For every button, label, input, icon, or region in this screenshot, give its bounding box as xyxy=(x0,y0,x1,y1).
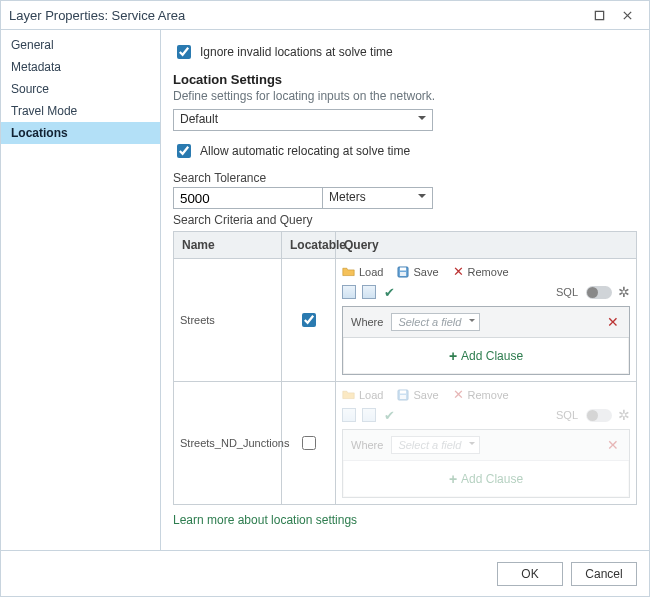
plus-icon: + xyxy=(449,471,457,487)
maximize-icon xyxy=(594,10,605,21)
content-area: General Metadata Source Travel Mode Loca… xyxy=(1,29,649,550)
load-button[interactable]: Load xyxy=(342,266,383,278)
sql-toggle-disabled xyxy=(586,409,612,422)
ok-button[interactable]: OK xyxy=(497,562,563,586)
titlebar: Layer Properties: Service Area xyxy=(1,1,649,29)
sidebar-item-locations[interactable]: Locations xyxy=(1,122,160,144)
save-button[interactable]: Save xyxy=(397,266,438,278)
svg-rect-5 xyxy=(400,390,406,393)
main-panel: Ignore invalid locations at solve time L… xyxy=(161,30,649,550)
grid-header: Name Locatable Query xyxy=(174,232,636,259)
query-toolbar2: ✔ SQL ✲ xyxy=(342,284,630,300)
auto-relocate-label: Allow automatic relocating at solve time xyxy=(200,144,410,158)
ignore-invalid-label: Ignore invalid locations at solve time xyxy=(200,45,393,59)
sidebar-item-general[interactable]: General xyxy=(1,34,160,56)
location-settings-heading: Location Settings xyxy=(173,72,637,87)
remove-button-disabled: ✕ Remove xyxy=(453,388,509,401)
dialog-title: Layer Properties: Service Area xyxy=(9,8,585,23)
search-tolerance-label: Search Tolerance xyxy=(173,171,637,185)
search-tolerance-row: Meters xyxy=(173,187,637,209)
sidebar-item-travelmode[interactable]: Travel Mode xyxy=(1,100,160,122)
save-icon xyxy=(397,389,409,401)
grid-row-junctions: Streets_ND_Junctions Load Save xyxy=(174,382,636,504)
learn-more-link[interactable]: Learn more about location settings xyxy=(173,513,357,527)
row-name-junctions: Streets_ND_Junctions xyxy=(174,382,282,504)
validate-icon[interactable]: ✔ xyxy=(384,285,395,300)
save-icon xyxy=(397,266,409,278)
validate-icon-disabled: ✔ xyxy=(384,408,395,423)
locatable-checkbox-junctions[interactable] xyxy=(302,436,316,450)
remove-icon: ✕ xyxy=(453,388,464,401)
remove-icon: ✕ xyxy=(453,265,464,278)
folder-icon xyxy=(342,389,355,400)
location-settings-subtext: Define settings for locating inputs on t… xyxy=(173,89,637,103)
cancel-button[interactable]: Cancel xyxy=(571,562,637,586)
plus-icon: + xyxy=(449,348,457,364)
gear-icon-disabled: ✲ xyxy=(618,407,630,423)
save-button-disabled: Save xyxy=(397,389,438,401)
settings-profile-select[interactable]: Default xyxy=(173,109,433,131)
indent-left-button-disabled xyxy=(342,408,356,422)
where-clause-row: Where Select a field ✕ xyxy=(343,307,629,338)
dialog-footer: OK Cancel xyxy=(1,550,649,596)
where-label: Where xyxy=(351,316,383,328)
maximize-button[interactable] xyxy=(585,5,613,25)
gear-icon[interactable]: ✲ xyxy=(618,284,630,300)
ignore-invalid-checkbox[interactable] xyxy=(177,45,191,59)
row-name-streets: Streets xyxy=(174,259,282,381)
query-toolbar-disabled: Load Save ✕ Remove xyxy=(342,388,630,401)
field-select-disabled: Select a field xyxy=(391,436,480,454)
remove-clause-button-disabled: ✕ xyxy=(605,437,621,453)
sidebar-item-metadata[interactable]: Metadata xyxy=(1,56,160,78)
add-clause-button[interactable]: + Add Clause xyxy=(343,338,629,374)
field-select[interactable]: Select a field xyxy=(391,313,480,331)
locatable-checkbox-streets[interactable] xyxy=(302,313,316,327)
folder-icon xyxy=(342,266,355,277)
auto-relocate-row: Allow automatic relocating at solve time xyxy=(173,141,637,161)
query-toolbar: Load Save ✕ Remove xyxy=(342,265,630,278)
row-locatable-junctions xyxy=(282,382,336,504)
query-cell-junctions: Load Save ✕ Remove xyxy=(336,382,636,504)
svg-rect-3 xyxy=(400,272,406,276)
grid-row-streets: Streets Load Save xyxy=(174,259,636,382)
dialog: Layer Properties: Service Area General M… xyxy=(0,0,650,597)
load-button-disabled: Load xyxy=(342,389,383,401)
remove-clause-button[interactable]: ✕ xyxy=(605,314,621,330)
criteria-grid: Name Locatable Query Streets Load xyxy=(173,231,637,505)
sql-label-disabled: SQL xyxy=(556,409,578,421)
col-header-query: Query xyxy=(336,232,636,258)
indent-left-button[interactable] xyxy=(342,285,356,299)
indent-right-button[interactable] xyxy=(362,285,376,299)
sidebar: General Metadata Source Travel Mode Loca… xyxy=(1,30,161,550)
remove-button[interactable]: ✕ Remove xyxy=(453,265,509,278)
ignore-invalid-row: Ignore invalid locations at solve time xyxy=(173,42,637,62)
query-cell-streets: Load Save ✕ Remove xyxy=(336,259,636,381)
query-toolbar2-disabled: ✔ SQL ✲ xyxy=(342,407,630,423)
col-header-locatable: Locatable xyxy=(282,232,336,258)
svg-rect-6 xyxy=(400,395,406,399)
auto-relocate-checkbox[interactable] xyxy=(177,144,191,158)
where-box-disabled: Where Select a field ✕ + Add Clause xyxy=(342,429,630,498)
where-label-disabled: Where xyxy=(351,439,383,451)
add-clause-button-disabled: + Add Clause xyxy=(343,461,629,497)
svg-rect-2 xyxy=(400,267,406,270)
where-clause-row-disabled: Where Select a field ✕ xyxy=(343,430,629,461)
row-locatable-streets xyxy=(282,259,336,381)
search-tolerance-unit-select[interactable]: Meters xyxy=(323,187,433,209)
svg-rect-0 xyxy=(595,11,603,19)
sql-label: SQL xyxy=(556,286,578,298)
sidebar-item-source[interactable]: Source xyxy=(1,78,160,100)
close-icon xyxy=(622,10,633,21)
svg-rect-4 xyxy=(398,390,408,400)
indent-right-button-disabled xyxy=(362,408,376,422)
col-header-name: Name xyxy=(174,232,282,258)
search-tolerance-input[interactable] xyxy=(173,187,323,209)
search-criteria-label: Search Criteria and Query xyxy=(173,213,637,227)
sql-toggle[interactable] xyxy=(586,286,612,299)
close-window-button[interactable] xyxy=(613,5,641,25)
where-box: Where Select a field ✕ + Add Clause xyxy=(342,306,630,375)
